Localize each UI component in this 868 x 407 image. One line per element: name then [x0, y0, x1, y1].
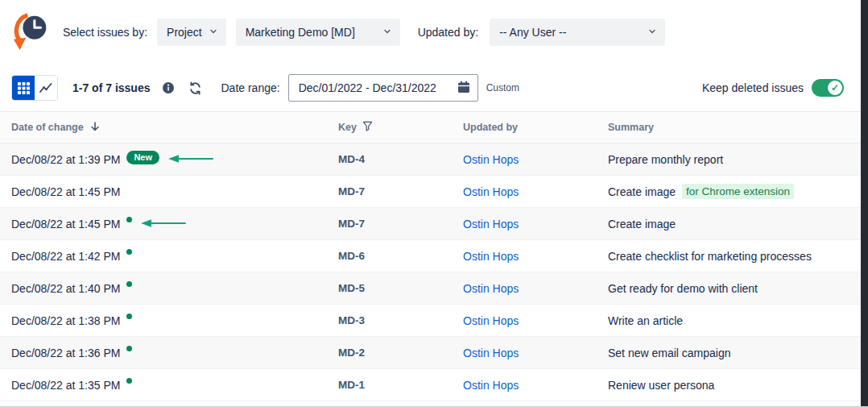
- issue-key: MD-2: [338, 347, 365, 359]
- issue-key: MD-3: [338, 314, 365, 326]
- summary-cell: Write an article: [597, 314, 868, 327]
- column-header-updated-by[interactable]: Updated by: [452, 122, 597, 133]
- issue-summary: Create image: [608, 185, 676, 198]
- column-header-label: Updated by: [463, 122, 518, 133]
- view-toggle-group: [11, 75, 58, 101]
- top-bar: Select issues by: Project Marketing Demo…: [0, 0, 868, 64]
- key-cell: MD-2: [327, 347, 452, 359]
- annotation-left-arrow-icon: [140, 218, 187, 230]
- grid-view-icon: [18, 82, 30, 94]
- issue-summary: Set new email campaign: [608, 347, 731, 359]
- custom-range-label: Custom: [486, 82, 519, 93]
- issue-summary: Get ready for demo with client: [608, 282, 758, 295]
- summary-highlight: for Chrome extension: [682, 184, 794, 199]
- updated-by-dropdown[interactable]: -- Any User --: [490, 19, 665, 46]
- new-change-dot-icon: [126, 314, 132, 319]
- summary-cell: Reniew user persona: [597, 379, 868, 392]
- table-row[interactable]: Dec/08/22 at 1:45 PM New MD-7 Ostin Hops…: [0, 208, 868, 240]
- chart-view-button[interactable]: [35, 76, 57, 100]
- updated-by-cell: Ostin Hops: [452, 314, 597, 327]
- updated-by-cell: Ostin Hops: [452, 153, 597, 166]
- updated-by-link[interactable]: Ostin Hops: [463, 250, 519, 263]
- summary-cell: Create checklist for marketing processes: [597, 250, 868, 263]
- updated-by-link[interactable]: Ostin Hops: [463, 153, 519, 166]
- chart-view-icon: [39, 81, 52, 94]
- change-date: Dec/08/22 at 1:40 PM: [11, 282, 120, 295]
- table-row[interactable]: Dec/08/22 at 1:42 PM New MD-6 Ostin Hops…: [0, 240, 868, 272]
- date-of-change-cell: Dec/08/22 at 1:39 PM New: [0, 151, 327, 168]
- key-cell: MD-6: [327, 250, 452, 262]
- new-change-dot-icon: [126, 346, 132, 351]
- date-of-change-cell: Dec/08/22 at 1:36 PM New: [0, 346, 327, 360]
- updated-by-cell: Ostin Hops: [452, 282, 597, 295]
- select-by-value: Project: [167, 26, 202, 39]
- sort-desc-icon[interactable]: [89, 121, 101, 135]
- column-header-key[interactable]: Key: [327, 121, 452, 134]
- select-issues-by-label: Select issues by:: [63, 26, 147, 39]
- project-dropdown[interactable]: Marketing Demo [MD]: [236, 19, 400, 46]
- issue-key: MD-1: [338, 379, 365, 391]
- grid-view-button[interactable]: [12, 76, 35, 100]
- issue-key: MD-7: [338, 218, 365, 230]
- key-cell: MD-7: [327, 185, 452, 197]
- updated-by-link[interactable]: Ostin Hops: [463, 347, 519, 359]
- info-icon[interactable]: [159, 78, 178, 98]
- date-of-change-cell: Dec/08/22 at 1:45 PM New: [0, 185, 327, 198]
- updated-by-link[interactable]: Ostin Hops: [463, 314, 519, 327]
- keep-deleted-issues-toggle[interactable]: ✓: [812, 79, 844, 97]
- new-change-dot-icon: [126, 281, 132, 287]
- column-header-date-of-change[interactable]: Date of change: [0, 121, 327, 135]
- summary-cell: Get ready for demo with client: [597, 282, 868, 295]
- change-date: Dec/08/22 at 1:42 PM: [11, 250, 120, 263]
- column-header-summary[interactable]: Summary: [597, 122, 868, 133]
- table-header-row: Date of change Key Updated by Summary: [0, 111, 868, 143]
- date-of-change-cell: Dec/08/22 at 1:35 PM New: [0, 378, 327, 392]
- key-cell: MD-7: [327, 218, 452, 230]
- issue-key: MD-4: [338, 153, 365, 165]
- change-date: Dec/08/22 at 1:39 PM: [11, 153, 120, 166]
- date-range-value: Dec/01/2022 - Dec/31/2022: [299, 81, 436, 94]
- updated-by-link[interactable]: Ostin Hops: [463, 218, 519, 230]
- new-change-dot-icon: [126, 249, 132, 255]
- change-date: Dec/08/22 at 1:35 PM: [11, 379, 120, 392]
- issue-summary: Reniew user persona: [608, 379, 714, 392]
- change-date: Dec/08/22 at 1:36 PM: [11, 347, 120, 359]
- issue-summary: Create image: [608, 218, 676, 230]
- updated-by-cell: Ostin Hops: [452, 185, 597, 198]
- table-row[interactable]: Dec/08/22 at 1:35 PM New MD-1 Ostin Hops…: [0, 369, 868, 401]
- key-cell: MD-3: [327, 314, 452, 326]
- issue-summary: Create checklist for marketing processes: [608, 250, 812, 263]
- new-badge: New: [126, 151, 159, 164]
- summary-cell: Set new email campaign: [597, 347, 868, 359]
- table-body: Dec/08/22 at 1:39 PM New MD-4 Ostin Hops…: [0, 143, 868, 401]
- date-range-input[interactable]: Dec/01/2022 - Dec/31/2022: [288, 74, 478, 102]
- filter-icon[interactable]: [362, 121, 373, 134]
- results-count: 1-7 of 7 issues: [72, 81, 151, 94]
- refresh-icon[interactable]: [186, 78, 205, 98]
- summary-cell: Create image: [597, 218, 868, 230]
- select-by-dropdown[interactable]: Project: [157, 19, 226, 46]
- toolbar: 1-7 of 7 issues Date range: Dec/01/2022 …: [0, 64, 868, 111]
- updated-by-cell: Ostin Hops: [452, 218, 597, 230]
- project-value: Marketing Demo [MD]: [246, 26, 355, 39]
- column-header-label: Summary: [608, 122, 654, 133]
- chevron-down-icon: [647, 26, 657, 39]
- updated-by-link[interactable]: Ostin Hops: [463, 185, 519, 198]
- updated-by-link[interactable]: Ostin Hops: [463, 282, 519, 295]
- table-row[interactable]: Dec/08/22 at 1:38 PM New MD-3 Ostin Hops…: [0, 305, 868, 337]
- updated-by-cell: Ostin Hops: [452, 379, 597, 392]
- issue-key: MD-6: [338, 250, 365, 262]
- issue-summary: Prepare monthly report: [608, 153, 723, 166]
- change-date: Dec/08/22 at 1:38 PM: [11, 314, 120, 327]
- table-row[interactable]: Dec/08/22 at 1:39 PM New MD-4 Ostin Hops…: [0, 143, 868, 176]
- change-date: Dec/08/22 at 1:45 PM: [11, 218, 120, 230]
- table-row[interactable]: Dec/08/22 at 1:45 PM New MD-7 Ostin Hops…: [0, 176, 868, 208]
- date-of-change-cell: Dec/08/22 at 1:38 PM New: [0, 314, 327, 328]
- table-row[interactable]: Dec/08/22 at 1:40 PM New MD-5 Ostin Hops…: [0, 272, 868, 305]
- calendar-icon[interactable]: [457, 80, 471, 97]
- updated-by-cell: Ostin Hops: [452, 347, 597, 359]
- table-row[interactable]: Dec/08/22 at 1:36 PM New MD-2 Ostin Hops…: [0, 337, 868, 369]
- key-cell: MD-4: [327, 153, 452, 165]
- updated-by-link[interactable]: Ostin Hops: [463, 379, 519, 392]
- app-logo-clock-icon: [11, 12, 52, 52]
